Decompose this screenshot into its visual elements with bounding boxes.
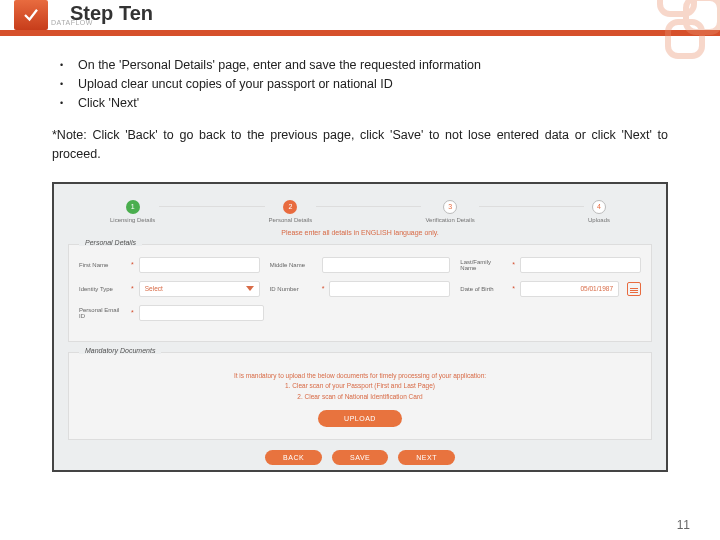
slide-header: DATAFLOW Step Ten <box>0 0 720 36</box>
step-label: Personal Details <box>269 217 313 223</box>
step-label: Uploads <box>588 217 610 223</box>
language-note: Please enter all details in ENGLISH lang… <box>68 229 652 236</box>
last-name-input[interactable] <box>520 257 641 273</box>
middle-name-label: Middle Name <box>270 262 318 268</box>
step-personal[interactable]: 2 Personal Details <box>269 200 313 223</box>
header-decoration <box>610 0 720 60</box>
step-circle: 1 <box>126 200 140 214</box>
first-name-label: First Name <box>79 262 127 268</box>
step-licensing[interactable]: 1 Licensing Details <box>110 200 155 223</box>
calendar-icon[interactable] <box>627 282 641 296</box>
panel-legend: Mandatory Documents <box>79 347 161 354</box>
email-input[interactable] <box>139 305 265 321</box>
dob-value: 05/01/1987 <box>580 285 613 292</box>
dob-label: Date of Birth <box>460 286 508 292</box>
note-text: *Note: Click 'Back' to go back to the pr… <box>52 126 668 164</box>
dob-input[interactable]: 05/01/1987 <box>520 281 619 297</box>
step-verification[interactable]: 3 Verification Details <box>425 200 474 223</box>
required-icon: * <box>512 285 515 292</box>
middle-name-input[interactable] <box>322 257 451 273</box>
required-icon: * <box>322 285 325 292</box>
step-line <box>316 206 421 207</box>
required-icon: * <box>131 285 134 292</box>
instruction-list: On the 'Personal Details' page, enter an… <box>52 56 668 112</box>
step-line <box>479 206 584 207</box>
mandatory-line: 1. Clear scan of your Passport (First an… <box>79 381 641 391</box>
required-icon: * <box>512 261 515 268</box>
step-uploads[interactable]: 4 Uploads <box>588 200 610 223</box>
brand-logo <box>14 0 48 30</box>
identity-type-label: Identity Type <box>79 286 127 292</box>
page-number: 11 <box>677 518 690 532</box>
mandatory-line: 2. Clear scan of National Identification… <box>79 392 641 402</box>
step-circle: 3 <box>443 200 457 214</box>
panel-legend: Personal Details <box>79 239 142 246</box>
step-circle: 4 <box>592 200 606 214</box>
id-number-label: ID Number <box>270 286 318 292</box>
id-number-input[interactable] <box>329 281 450 297</box>
last-name-label: Last/Family Name <box>460 259 508 271</box>
instruction-item: Upload clear uncut copies of your passpo… <box>52 75 668 94</box>
step-circle: 2 <box>283 200 297 214</box>
footer-buttons: BACK SAVE NEXT <box>68 450 652 465</box>
required-icon: * <box>131 261 134 268</box>
mandatory-text: It is mandatory to upload the below docu… <box>79 371 641 402</box>
chevron-down-icon <box>246 286 254 291</box>
wizard-stepper: 1 Licensing Details 2 Personal Details 3… <box>110 200 610 223</box>
instruction-item: Click 'Next' <box>52 94 668 113</box>
identity-type-select[interactable]: Select <box>139 281 260 297</box>
back-button[interactable]: BACK <box>265 450 322 465</box>
select-value: Select <box>145 285 163 292</box>
instruction-item: On the 'Personal Details' page, enter an… <box>52 56 668 75</box>
mandatory-line: It is mandatory to upload the below docu… <box>79 371 641 381</box>
save-button[interactable]: SAVE <box>332 450 388 465</box>
first-name-input[interactable] <box>139 257 260 273</box>
mandatory-documents-panel: Mandatory Documents It is mandatory to u… <box>68 352 652 440</box>
step-label: Verification Details <box>425 217 474 223</box>
checkmark-icon <box>22 6 40 24</box>
upload-button[interactable]: UPLOAD <box>318 410 402 427</box>
step-line <box>159 206 264 207</box>
next-button[interactable]: NEXT <box>398 450 455 465</box>
step-label: Licensing Details <box>110 217 155 223</box>
page-title: Step Ten <box>70 2 153 25</box>
embedded-screenshot: 1 Licensing Details 2 Personal Details 3… <box>52 182 668 472</box>
email-label: Personal Email ID <box>79 307 127 319</box>
personal-details-panel: Personal Details First Name* Middle Name… <box>68 244 652 342</box>
slide-content: On the 'Personal Details' page, enter an… <box>0 36 720 472</box>
required-icon: * <box>131 309 134 316</box>
